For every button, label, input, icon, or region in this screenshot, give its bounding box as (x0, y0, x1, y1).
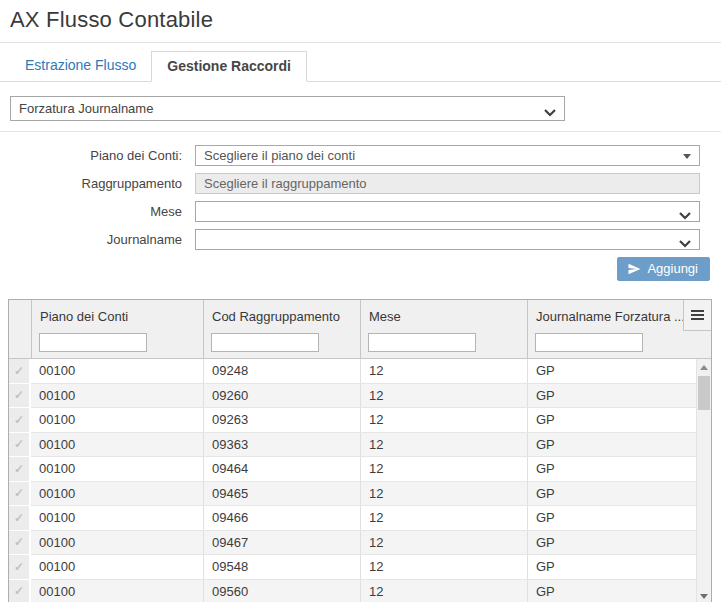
cell-mese: 12 (360, 555, 527, 579)
filter-cod-input[interactable] (211, 333, 319, 352)
cell-journal: GP (527, 384, 696, 408)
filter-check-spacer (9, 331, 31, 358)
header-journalname-forzatura[interactable]: Journalname Forzatura ... (527, 300, 683, 331)
row-check-icon[interactable]: ✓ (9, 482, 31, 507)
cell-mese: 12 (360, 433, 527, 457)
cell-mese: 12 (360, 580, 527, 602)
journalname-label: Journalname (0, 232, 195, 247)
cell-cod: 09363 (203, 433, 360, 457)
aggiungi-button[interactable]: Aggiungi (617, 257, 710, 281)
mese-label: Mese (0, 204, 195, 219)
cell-cod: 09466 (203, 506, 360, 530)
tab-estrazione-flusso[interactable]: Estrazione Flusso (10, 51, 151, 81)
column-menu-button[interactable] (683, 300, 711, 331)
mese-select[interactable] (195, 201, 700, 222)
header-piano-dei-conti[interactable]: Piano dei Conti (31, 300, 203, 331)
cell-piano: 00100 (31, 482, 203, 506)
row-check-icon[interactable]: ✓ (9, 433, 31, 458)
raggruppamento-label: Raggruppamento (0, 176, 195, 191)
cell-cod: 09263 (203, 408, 360, 432)
button-row: Aggiungi (0, 257, 721, 281)
grid-filter-row (9, 331, 711, 359)
form-area: Piano dei Conti: Scegliere il piano dei … (0, 145, 721, 281)
cell-cod: 09548 (203, 555, 360, 579)
chevron-down-icon (679, 236, 691, 251)
row-check-icon[interactable]: ✓ (9, 506, 31, 531)
arrow-down-icon (700, 594, 708, 599)
cell-journal: GP (527, 555, 696, 579)
raggruppamento-input (195, 173, 700, 194)
vertical-scrollbar-thumb[interactable] (698, 376, 710, 410)
header-cod-raggruppamento[interactable]: Cod Raggruppamento (203, 300, 360, 331)
cell-mese: 12 (360, 531, 527, 555)
cell-piano: 00100 (31, 433, 203, 457)
cell-piano: 00100 (31, 506, 203, 530)
form-row-journalname: Journalname (0, 229, 721, 250)
grid-header-row: Piano dei Conti Cod Raggruppamento Mese … (9, 300, 711, 331)
row-check-icon[interactable]: ✓ (9, 384, 31, 409)
aggiungi-button-label: Aggiungi (647, 261, 698, 276)
cell-piano: 00100 (31, 408, 203, 432)
piano-dei-conti-placeholder: Scegliere il piano dei conti (204, 148, 355, 163)
scroll-down-button[interactable] (697, 589, 711, 602)
table-row[interactable]: ✓ 00100 09467 12 GP (9, 531, 711, 556)
table-row[interactable]: ✓ 00100 09560 12 GP (9, 580, 711, 602)
cell-cod: 09260 (203, 384, 360, 408)
row-check-icon[interactable]: ✓ (9, 408, 31, 433)
cell-journal: GP (527, 482, 696, 506)
piano-dei-conti-select[interactable]: Scegliere il piano dei conti (195, 145, 700, 166)
filter-piano-input[interactable] (39, 333, 147, 352)
paper-plane-icon (627, 262, 641, 276)
cell-journal: GP (527, 433, 696, 457)
cell-journal: GP (527, 457, 696, 481)
row-check-icon[interactable]: ✓ (9, 359, 31, 384)
journalname-select[interactable] (195, 229, 700, 250)
cell-journal: GP (527, 359, 696, 383)
row-check-icon[interactable]: ✓ (9, 457, 31, 482)
cell-journal: GP (527, 580, 696, 602)
cell-journal: GP (527, 408, 696, 432)
table-row[interactable]: ✓ 00100 09248 12 GP (9, 359, 711, 384)
cell-cod: 09465 (203, 482, 360, 506)
cell-cod: 09560 (203, 580, 360, 602)
table-row[interactable]: ✓ 00100 09464 12 GP (9, 457, 711, 482)
raccordi-grid: Piano dei Conti Cod Raggruppamento Mese … (8, 299, 712, 602)
scroll-up-button[interactable] (697, 360, 711, 374)
cell-piano: 00100 (31, 384, 203, 408)
table-row[interactable]: ✓ 00100 09466 12 GP (9, 506, 711, 531)
hamburger-icon (691, 310, 704, 320)
table-row[interactable]: ✓ 00100 09465 12 GP (9, 482, 711, 507)
cell-mese: 12 (360, 482, 527, 506)
chevron-down-icon (679, 208, 691, 223)
mode-select-value: Forzatura Journalname (19, 101, 153, 116)
table-row[interactable]: ✓ 00100 09363 12 GP (9, 433, 711, 458)
grid-body: ✓ 00100 09248 12 GP ✓ 00100 09260 12 GP … (9, 359, 711, 602)
table-row[interactable]: ✓ 00100 09548 12 GP (9, 555, 711, 580)
header-mese[interactable]: Mese (360, 300, 527, 331)
piano-dei-conti-label: Piano dei Conti: (0, 148, 195, 163)
tab-bar: Estrazione Flusso Gestione Raccordi (0, 51, 721, 82)
row-check-icon[interactable]: ✓ (9, 555, 31, 580)
table-row[interactable]: ✓ 00100 09263 12 GP (9, 408, 711, 433)
caret-down-icon (683, 154, 691, 159)
cell-mese: 12 (360, 359, 527, 383)
cell-journal: GP (527, 531, 696, 555)
row-check-icon[interactable]: ✓ (9, 580, 31, 602)
row-check-icon[interactable]: ✓ (9, 531, 31, 556)
section-divider (0, 131, 721, 132)
cell-piano: 00100 (31, 531, 203, 555)
vertical-scrollbar[interactable] (696, 359, 711, 602)
page-title: AX Flusso Contabile (10, 7, 711, 33)
filter-journal-input[interactable] (535, 333, 643, 352)
cell-mese: 12 (360, 408, 527, 432)
table-row[interactable]: ✓ 00100 09260 12 GP (9, 384, 711, 409)
filter-mese-input[interactable] (368, 333, 476, 352)
cell-mese: 12 (360, 384, 527, 408)
chevron-down-icon (544, 105, 556, 120)
title-bar: AX Flusso Contabile (0, 0, 721, 43)
cell-journal: GP (527, 506, 696, 530)
page: AX Flusso Contabile Estrazione Flusso Ge… (0, 0, 721, 602)
tab-gestione-raccordi[interactable]: Gestione Raccordi (151, 51, 307, 82)
cell-piano: 00100 (31, 359, 203, 383)
mode-select[interactable]: Forzatura Journalname (10, 96, 565, 121)
